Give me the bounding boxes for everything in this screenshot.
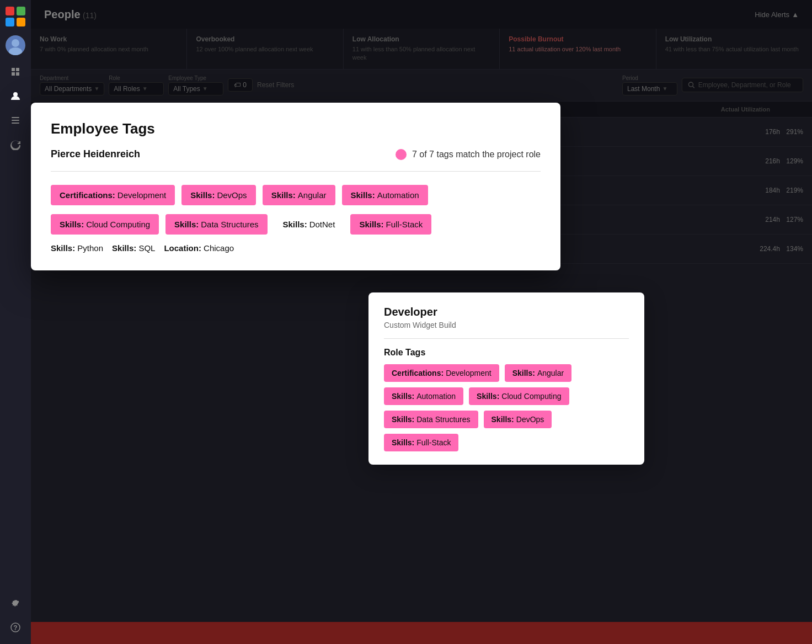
- role-tags-container: Certifications: Development Skills: Angu…: [384, 364, 629, 451]
- sidebar-item-dashboard[interactable]: [6, 62, 25, 82]
- sidebar-item-people[interactable]: [6, 86, 25, 106]
- app-logo: [6, 7, 25, 26]
- tag-pill: Skills: DotNet: [274, 214, 344, 235]
- sidebar-item-settings[interactable]: [6, 593, 25, 613]
- tag-pill: Skills: Angular: [263, 185, 335, 205]
- tag-pill: Skills: DevOps: [181, 185, 255, 205]
- tags-container: Certifications: Development Skills: DevO…: [51, 185, 541, 205]
- user-avatar[interactable]: [6, 35, 25, 55]
- tag-pill: Skills: Full-Stack: [350, 214, 431, 235]
- svg-point-5: [12, 39, 19, 47]
- svg-point-7: [13, 92, 18, 97]
- tags-container-2: Skills: Cloud Computing Skills: Data Str…: [51, 214, 541, 235]
- tag-pill: Skills: Cloud Computing: [51, 214, 159, 235]
- svg-text:?: ?: [13, 624, 17, 632]
- svg-rect-0: [6, 7, 14, 15]
- role-tag-pill: Skills: Cloud Computing: [469, 387, 569, 405]
- modal-employee-row: Pierce Heidenreich 7 of 7 tags match the…: [51, 148, 541, 160]
- svg-rect-3: [17, 18, 25, 26]
- sidebar-item-list[interactable]: [6, 110, 25, 130]
- tag-pill: Skills: Data Structures: [165, 214, 267, 235]
- employee-tags-modal: Employee Tags Pierce Heidenreich 7 of 7 …: [31, 103, 560, 270]
- svg-rect-2: [6, 18, 14, 26]
- tag-inline: Location: Chicago: [164, 243, 234, 253]
- employee-name: Pierce Heidenreich: [51, 148, 140, 160]
- match-dot: [396, 149, 407, 160]
- role-tag-pill: Skills: Full-Stack: [384, 434, 458, 451]
- role-divider: [384, 338, 629, 339]
- match-text: 7 of 7 tags match the project role: [412, 150, 541, 159]
- role-tag-pill: Certifications: Development: [384, 364, 499, 382]
- role-tag-pill: Skills: DevOps: [484, 411, 552, 428]
- sidebar-item-refresh[interactable]: [6, 135, 25, 155]
- inline-tags-row: Skills: Python Skills: SQL Location: Chi…: [51, 243, 541, 253]
- tag-pill: Certifications: Development: [51, 185, 175, 205]
- role-tag-pill: Skills: Data Structures: [384, 411, 478, 428]
- sidebar: ?: [0, 0, 31, 644]
- svg-rect-9: [12, 120, 19, 121]
- svg-rect-10: [12, 123, 19, 124]
- tag-inline: Skills: Python: [51, 243, 103, 253]
- svg-rect-1: [17, 7, 25, 15]
- role-tags-label: Role Tags: [384, 348, 629, 358]
- modal-title: Employee Tags: [51, 120, 541, 137]
- role-tag-pill: Skills: Angular: [505, 364, 572, 382]
- role-title: Developer: [384, 306, 629, 318]
- role-tooltip: Developer Custom Widget Build Role Tags …: [368, 292, 644, 465]
- tag-inline: Skills: SQL: [112, 243, 155, 253]
- role-subtitle: Custom Widget Build: [384, 321, 629, 329]
- role-tag-pill: Skills: Automation: [384, 387, 463, 405]
- svg-rect-8: [12, 117, 19, 118]
- modal-divider: [51, 171, 541, 172]
- tag-pill: Skills: Automation: [342, 185, 428, 205]
- sidebar-item-help[interactable]: ?: [6, 618, 25, 637]
- match-indicator: 7 of 7 tags match the project role: [396, 149, 541, 160]
